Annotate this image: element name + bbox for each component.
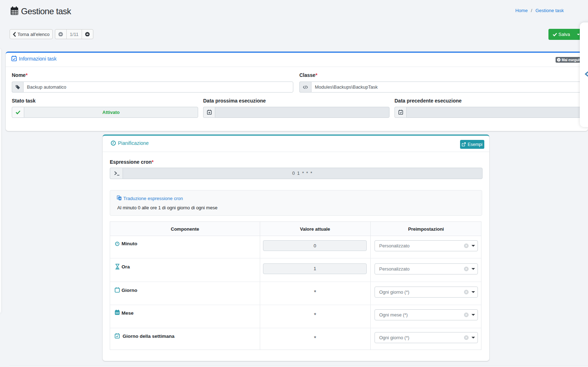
svg-text:?: ?	[558, 58, 560, 62]
svg-text:A: A	[119, 197, 121, 200]
